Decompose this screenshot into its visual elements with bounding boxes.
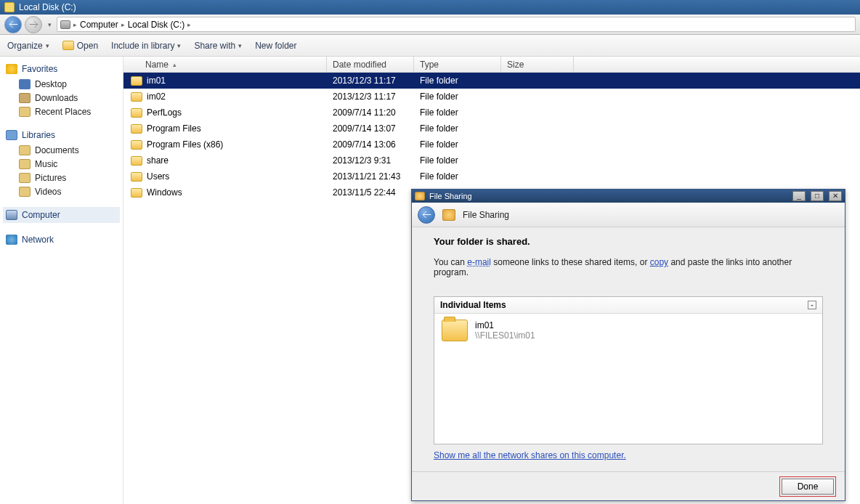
nav-pictures-label: Pictures [35,173,66,183]
file-row[interactable]: PerfLogs2009/7/14 11:20File folder [123,105,860,121]
downloads-icon [19,93,31,103]
share-with-button[interactable]: Share with ▾ [194,41,242,51]
recent-icon [19,107,31,117]
file-type: File folder [414,107,501,118]
people-icon [415,192,425,200]
file-type: File folder [414,123,501,134]
nav-computer-label: Computer [22,210,60,220]
chevron-right-icon: ▸ [121,21,125,28]
window-titlebar: Local Disk (C:) [0,0,860,15]
email-link[interactable]: e-mail [467,257,491,267]
folder-icon [131,76,142,86]
folder-open-icon [62,41,74,50]
star-icon [6,64,17,74]
nav-recent-places[interactable]: Recent Places [3,105,120,118]
nav-videos[interactable]: Videos [3,184,120,198]
open-button[interactable]: Open [62,41,98,51]
file-row[interactable]: im022013/12/3 11:17File folder [123,89,860,105]
computer-icon [6,210,17,220]
file-name: PerfLogs [147,107,182,118]
include-in-library-button[interactable]: Include in library ▾ [111,41,181,51]
individual-items-label: Individual Items [440,300,506,310]
file-type: File folder [414,139,501,150]
done-highlight: Done [779,476,836,497]
show-all-shares-link[interactable]: Show me all the network shares on this c… [434,450,823,460]
maximize-button[interactable]: □ [811,191,824,201]
file-rows: im012013/12/3 11:17File folderim022013/1… [123,73,860,200]
column-size[interactable]: Size [501,57,574,72]
nav-desktop[interactable]: Desktop [3,77,120,91]
share-label: Share with [194,41,235,51]
navigation-pane: Favorites Desktop Downloads Recent Place… [0,57,123,504]
file-name: Users [147,171,169,182]
breadcrumb-localdisk[interactable]: Local Disk (C:) [128,20,185,30]
nav-history-dropdown[interactable]: ▾ [45,16,54,33]
file-row[interactable]: Users2013/11/21 21:43File folder [123,168,860,184]
desktop-icon [19,79,31,89]
organize-label: Organize [7,41,43,51]
nav-network[interactable]: Network [3,232,120,248]
dialog-body: Your folder is shared. You can e-mail so… [412,227,845,471]
collapse-button[interactable]: - [808,301,816,309]
file-name: share [147,155,169,166]
nav-recent-label: Recent Places [35,107,91,117]
file-type: File folder [414,92,501,102]
nav-computer[interactable]: Computer [3,207,120,223]
column-date[interactable]: Date modified [327,57,414,72]
favorites-header[interactable]: Favorites [3,61,120,77]
file-row[interactable]: Program Files (x86)2009/7/14 13:06File f… [123,137,860,153]
column-type[interactable]: Type [414,57,501,72]
dialog-back-button[interactable]: 🡠 [418,206,435,224]
file-row[interactable]: Program Files2009/7/14 13:07File folder [123,121,860,137]
libraries-icon [6,130,17,140]
nav-music[interactable]: Music [3,157,120,171]
disk-icon [4,2,15,12]
network-icon [6,235,17,245]
music-icon [19,159,31,169]
shared-item[interactable]: im01 \\FILES01\im01 [434,314,822,347]
file-date: 2013/12/3 11:17 [327,76,414,86]
include-label: Include in library [111,41,174,51]
file-name: Program Files [147,123,201,134]
folder-icon [131,172,142,182]
chevron-right-icon: ▸ [187,21,191,28]
new-folder-button[interactable]: New folder [255,41,296,51]
window-title: Local Disk (C:) [19,2,76,12]
dialog-window-title: File Sharing [429,192,472,200]
column-headers: Name Date modified Type Size [123,57,860,73]
minimize-button[interactable]: _ [792,191,806,201]
file-date: 2013/12/3 9:31 [327,155,414,166]
videos-icon [19,187,31,197]
nav-pictures[interactable]: Pictures [3,171,120,184]
folder-icon [131,108,142,118]
address-bar: 🡠 🡢 ▾ ▸ Computer ▸ Local Disk (C:) ▸ [0,15,860,35]
file-date: 2013/11/21 21:43 [327,171,414,182]
breadcrumb-computer[interactable]: Computer [80,20,118,30]
done-button[interactable]: Done [782,479,834,495]
chevron-right-icon: ▸ [73,21,77,28]
libraries-header[interactable]: Libraries [3,127,120,143]
people-icon [442,209,455,221]
nav-documents[interactable]: Documents [3,143,120,157]
folder-icon [131,124,142,134]
libraries-label: Libraries [22,130,55,140]
individual-items-box: Individual Items - im01 \\FILES01\im01 [434,296,823,444]
file-row[interactable]: im012013/12/3 11:17File folder [123,73,860,89]
file-name: Windows [147,187,182,198]
dialog-titlebar[interactable]: File Sharing _ □ ✕ [412,190,845,203]
file-date: 2009/7/14 11:20 [327,107,414,118]
chevron-down-icon: ▾ [177,42,181,49]
back-button[interactable]: 🡠 [4,16,22,33]
nav-downloads[interactable]: Downloads [3,91,120,105]
column-name[interactable]: Name [123,57,327,72]
drive-icon [60,20,70,29]
command-bar: Organize ▾ Open Include in library ▾ Sha… [0,35,860,57]
documents-icon [19,145,31,155]
nav-network-label: Network [22,235,54,245]
forward-button[interactable]: 🡢 [25,16,42,33]
breadcrumb[interactable]: ▸ Computer ▸ Local Disk (C:) ▸ [57,17,856,32]
file-row[interactable]: share2013/12/3 9:31File folder [123,153,860,168]
organize-button[interactable]: Organize ▾ [7,41,49,51]
close-button[interactable]: ✕ [829,191,842,201]
copy-link[interactable]: copy [650,257,668,267]
